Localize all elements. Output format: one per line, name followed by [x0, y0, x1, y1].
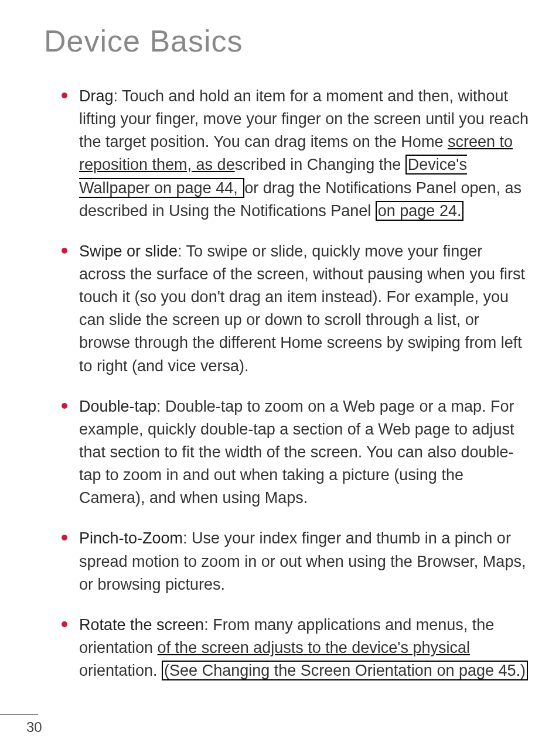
link-orientation[interactable]: (See Changing the Screen Orientation on … [162, 661, 528, 680]
page-title: Device Basics [44, 23, 530, 59]
swipe-text: : To swipe or slide, quickly move your f… [79, 242, 525, 375]
bullet-list: Drag: Touch and hold an item for a momen… [62, 85, 530, 682]
drag-text-2: scribed in Changing the [235, 156, 405, 173]
term-swipe: Swipe or slide [79, 242, 178, 260]
term-drag: Drag [79, 87, 114, 105]
rotate-underline: of the screen adjusts to the device's ph… [158, 639, 470, 656]
bullet-rotate: Rotate the screen: From many application… [62, 614, 530, 682]
term-doubletap: Double-tap [79, 398, 156, 415]
term-pinch: Pinch-to-Zoom [79, 529, 183, 547]
bullet-pinch: Pinch-to-Zoom: Use your index finger and… [62, 527, 530, 596]
bullet-swipe: Swipe or slide: To swipe or slide, quick… [62, 240, 530, 378]
rotate-text-2: orientation. [79, 662, 162, 679]
term-rotate: Rotate the screen [79, 616, 204, 634]
page-marker [0, 714, 38, 715]
link-notifications[interactable]: on page 24. [376, 201, 464, 221]
bullet-doubletap: Double-tap: Double-tap to zoom on a Web … [62, 395, 530, 510]
page-number: 30 [26, 719, 42, 736]
bullet-drag: Drag: Touch and hold an item for a momen… [62, 85, 530, 223]
